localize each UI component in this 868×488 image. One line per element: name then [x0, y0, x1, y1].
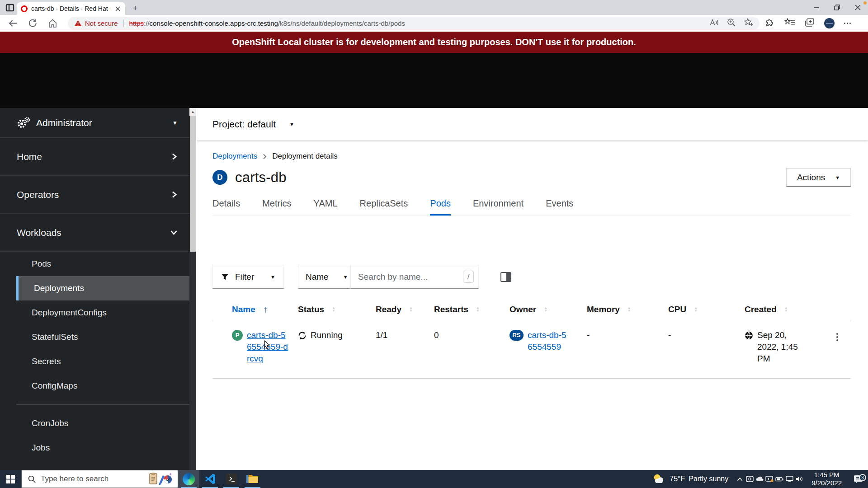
scrollbar-thumb[interactable]: [190, 116, 196, 252]
taskbar-terminal-icon[interactable]: [221, 470, 242, 488]
tab-metrics[interactable]: Metrics: [262, 198, 291, 216]
browser-tab-strip: carts-db · Details · Red Hat Open +: [0, 0, 868, 15]
collections-icon[interactable]: [805, 18, 815, 29]
chevron-down-icon: ▼: [343, 274, 348, 280]
taskbar-clock[interactable]: 1:45 PM 9/20/2022: [804, 471, 848, 487]
tab-actions-icon[interactable]: [5, 3, 14, 12]
main-content: Project: default ▼ Deployments Deploymen…: [196, 108, 868, 470]
zoom-icon[interactable]: [727, 18, 736, 28]
search-icon: [28, 475, 36, 483]
search-input[interactable]: [358, 272, 463, 282]
globe-icon: [745, 331, 753, 340]
sidebar-item-jobs[interactable]: Jobs: [0, 436, 189, 460]
sort-icon[interactable]: ▲▼: [476, 307, 480, 312]
tray-network-icon[interactable]: [784, 476, 794, 482]
tab-replicasets[interactable]: ReplicaSets: [360, 198, 408, 216]
tray-battery-icon[interactable]: [774, 477, 784, 482]
sidebar-item-configmaps[interactable]: ConfigMaps: [0, 374, 189, 398]
start-button[interactable]: [0, 470, 21, 488]
tray-display-icon[interactable]: [764, 476, 774, 482]
column-header-ready[interactable]: Ready▲▼: [376, 304, 434, 315]
security-label[interactable]: Not secure: [85, 19, 118, 27]
sidebar-item-deployments[interactable]: Deployments: [16, 276, 189, 300]
breadcrumb-current: Deployment details: [272, 152, 338, 161]
browser-menu-icon[interactable]: [844, 23, 851, 24]
home-icon[interactable]: [48, 19, 58, 28]
breadcrumb-deployments-link[interactable]: Deployments: [212, 152, 257, 161]
cell-restarts: 0: [434, 329, 509, 365]
refresh-icon[interactable]: [28, 19, 38, 28]
sort-icon[interactable]: ▲▼: [544, 307, 547, 312]
column-header-cpu[interactable]: CPU▲▼: [668, 304, 745, 315]
mouse-cursor: [264, 340, 270, 350]
column-header-memory[interactable]: Memory▲▼: [587, 304, 668, 315]
extensions-icon[interactable]: [765, 18, 775, 29]
back-icon[interactable]: [8, 19, 18, 28]
cell-owner: RS carts-db-56554559: [509, 329, 587, 365]
sidebar-item-secrets[interactable]: Secrets: [0, 349, 189, 374]
taskbar-vscode-icon[interactable]: [199, 470, 221, 488]
actions-button[interactable]: Actions ▼: [786, 168, 851, 187]
tab-details[interactable]: Details: [212, 198, 240, 216]
tray-volume-icon[interactable]: [794, 476, 804, 482]
tab-environment[interactable]: Environment: [473, 198, 524, 216]
column-header-owner[interactable]: Owner▲▼: [509, 304, 587, 315]
window-restore-button[interactable]: [826, 0, 847, 15]
url-text[interactable]: https://console-openshift-console.apps-c…: [129, 19, 405, 27]
favorites-bar-icon[interactable]: [784, 18, 795, 29]
divider: [123, 19, 124, 27]
sidebar-item-pods[interactable]: Pods: [0, 252, 189, 276]
filter-type-dropdown[interactable]: Name ▼: [298, 265, 350, 289]
tab-close-icon[interactable]: [114, 5, 121, 12]
manage-columns-icon[interactable]: [500, 272, 511, 282]
column-header-status[interactable]: Status▲▼: [298, 304, 376, 315]
tray-screencast-icon[interactable]: [745, 476, 755, 482]
sidebar-item-cronjobs[interactable]: CronJobs: [0, 411, 189, 436]
address-bar[interactable]: Not secure https://console-openshift-con…: [68, 17, 760, 30]
tray-onedrive-icon[interactable]: [755, 476, 764, 482]
sort-icon[interactable]: ▲▼: [332, 307, 335, 312]
column-header-created[interactable]: Created▲▼: [745, 304, 835, 315]
sidebar-item-deploymentconfigs[interactable]: DeploymentConfigs: [0, 300, 189, 325]
owner-link[interactable]: carts-db-56554559: [528, 329, 570, 353]
taskbar-search-input[interactable]: [41, 474, 142, 483]
sidebar-item-statefulsets[interactable]: StatefulSets: [0, 325, 189, 349]
sort-ascending-icon[interactable]: ↑: [263, 304, 268, 315]
sort-icon[interactable]: ▲▼: [409, 307, 413, 312]
sidebar-item-workloads[interactable]: Workloads: [0, 214, 189, 252]
taskbar-explorer-icon[interactable]: [242, 470, 263, 488]
filter-toolbar: Filter ▼ Name ▼ /: [212, 265, 851, 289]
taskbar-search[interactable]: [21, 470, 178, 488]
page-title: carts-db: [235, 169, 287, 186]
scroll-up-icon[interactable]: ▲: [189, 108, 196, 116]
administrator-gears-icon: [16, 117, 30, 129]
row-kebab-menu-icon[interactable]: [836, 333, 851, 365]
column-header-restarts[interactable]: Restarts▲▼: [434, 304, 509, 315]
sidebar-item-home[interactable]: Home: [0, 138, 189, 176]
project-selector[interactable]: Project: default ▼: [196, 108, 868, 140]
action-center-icon[interactable]: 3: [848, 475, 868, 483]
sort-icon[interactable]: ▲▼: [627, 307, 631, 312]
hidden-icons-chevron[interactable]: [735, 477, 745, 481]
tab-events[interactable]: Events: [546, 198, 573, 216]
tab-yaml[interactable]: YAML: [314, 198, 338, 216]
window-minimize-button[interactable]: [806, 0, 826, 15]
search-box[interactable]: /: [350, 265, 479, 289]
favorite-add-icon[interactable]: [744, 18, 753, 28]
sort-icon[interactable]: ▲▼: [694, 307, 698, 312]
browser-tab[interactable]: carts-db · Details · Red Hat Open: [17, 2, 125, 15]
perspective-switcher[interactable]: Administrator ▼: [0, 108, 189, 138]
filter-dropdown[interactable]: Filter ▼: [212, 265, 284, 289]
weather-widget[interactable]: 75°F Partly sunny: [652, 473, 735, 485]
read-aloud-icon[interactable]: [709, 19, 718, 28]
new-tab-button[interactable]: +: [129, 3, 141, 14]
sidebar-item-operators[interactable]: Operators: [0, 176, 189, 214]
column-header-name[interactable]: Name↑: [232, 304, 298, 315]
sidebar-scrollbar[interactable]: ▲: [189, 108, 196, 470]
sidebar-nav: Administrator ▼ Home Operators Workloads…: [0, 108, 189, 470]
sort-icon[interactable]: ▲▼: [784, 307, 788, 312]
notification-count-badge: 3: [859, 474, 866, 481]
tab-pods[interactable]: Pods: [430, 198, 451, 216]
taskbar-edge-icon[interactable]: [178, 470, 199, 488]
profile-avatar[interactable]: [824, 18, 835, 28]
